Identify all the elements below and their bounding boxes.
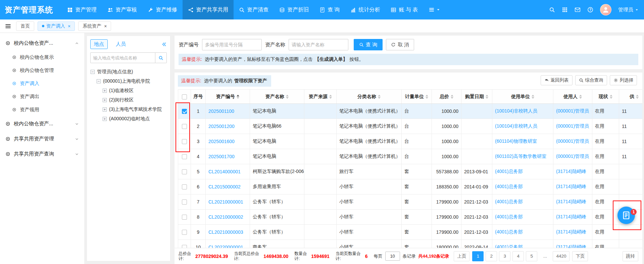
- user-link[interactable]: (000001)管理员: [556, 153, 589, 159]
- tree-node[interactable]: (2)闵行校区: [90, 95, 167, 105]
- row-checkbox[interactable]: [182, 124, 187, 129]
- sort-icon[interactable]: [610, 95, 612, 99]
- sort-icon[interactable]: [636, 95, 639, 99]
- plus-box-icon[interactable]: [102, 98, 107, 102]
- select-all-header[interactable]: [178, 90, 191, 104]
- use_org-link[interactable]: (100104)非校聘人员: [495, 123, 537, 129]
- use_org-link[interactable]: (4001)总务部: [495, 229, 523, 234]
- table-row[interactable]: 9CL20210000003公务车（轿车）小轿车套179900.002021-1…: [178, 225, 643, 240]
- close-icon[interactable]: ×: [68, 24, 70, 29]
- help-icon[interactable]: ?: [587, 7, 593, 13]
- asset_no-link[interactable]: 2025001700: [208, 154, 235, 159]
- sidebar-item-5[interactable]: 资产领用: [0, 103, 84, 116]
- table-row[interactable]: 10CL20220000001商务车小轿车套180000.002022-08-1…: [178, 240, 643, 248]
- back-to-list-button[interactable]: 返回列表: [541, 75, 573, 85]
- tree-tab-1[interactable]: 人员: [112, 40, 129, 49]
- user-link[interactable]: (000001)管理员: [556, 108, 589, 114]
- table-row[interactable]: 12025001100笔记本电脑笔记本电脑（便携式计算机）台1000.00(10…: [178, 104, 643, 119]
- sidebar-group-6[interactable]: 校内公物仓资产...: [0, 116, 84, 131]
- page-button-4420[interactable]: 4420: [553, 251, 569, 261]
- use_org-link[interactable]: (601102)高等数学教研室: [495, 153, 546, 159]
- row-checkbox[interactable]: [182, 215, 187, 220]
- row-checkbox[interactable]: [182, 109, 187, 114]
- tree-node[interactable]: (A000002)临时地点: [90, 114, 167, 124]
- sort-icon[interactable]: [486, 95, 488, 99]
- column-select-button[interactable]: 列选择: [610, 75, 637, 85]
- column-header-asset_no[interactable]: 资产编号: [206, 90, 250, 104]
- minus-box-icon[interactable]: [96, 79, 101, 84]
- table-row[interactable]: 6CL2015000002多用途乘用车小轿车套188350.002014-01-…: [178, 179, 643, 194]
- minus-box-icon[interactable]: [90, 70, 95, 74]
- use_org-link[interactable]: (4001)总务部: [495, 184, 523, 189]
- use_org-link[interactable]: (4001)总务部: [495, 214, 523, 219]
- user-link[interactable]: (000001)管理员: [556, 123, 589, 129]
- nav-item-0[interactable]: 资产管理: [62, 0, 102, 19]
- use_org-link[interactable]: (4001)总务部: [495, 199, 523, 204]
- asset_no-link[interactable]: CL20210000003: [208, 229, 243, 235]
- table-row[interactable]: 8CL20210000002公务车（轿车）小轿车套179900.002021-1…: [178, 210, 643, 225]
- plus-box-icon[interactable]: [102, 88, 107, 93]
- page-button-2[interactable]: 2: [486, 251, 497, 261]
- column-header-status[interactable]: 现状: [592, 90, 619, 104]
- prev-page-button[interactable]: 上页: [454, 251, 469, 261]
- asset_no-link[interactable]: CL20210000001: [208, 199, 243, 205]
- asset_no-link[interactable]: 2025001100: [208, 108, 234, 114]
- app-brand[interactable]: 资产管理系统: [0, 5, 62, 15]
- sidebar-group-7[interactable]: 共享共用资产管理: [0, 131, 84, 146]
- asset_no-link[interactable]: CL20220000001: [208, 245, 243, 248]
- nav-item-3[interactable]: 资产共享共用: [183, 0, 234, 19]
- asset-name-input[interactable]: [289, 39, 348, 50]
- nav-more-menu[interactable]: [423, 7, 446, 13]
- user-menu[interactable]: 管理员: [618, 7, 639, 13]
- row-checkbox[interactable]: [182, 230, 187, 235]
- tree-node[interactable]: (000001)上海电机学院: [90, 77, 167, 86]
- column-header-source[interactable]: 资产来源: [304, 90, 337, 104]
- nav-item-4[interactable]: 资产清查: [234, 0, 274, 19]
- use_org-link[interactable]: (4001)总务部: [495, 169, 523, 174]
- user-link[interactable]: (000001)管理员: [556, 138, 589, 144]
- row-checkbox[interactable]: [182, 139, 187, 144]
- sidebar-item-4[interactable]: 资产调出: [0, 90, 84, 103]
- column-header-user[interactable]: 使用人: [553, 90, 592, 104]
- page-button-1[interactable]: 1: [472, 251, 484, 261]
- apps-grid-icon[interactable]: [562, 7, 568, 13]
- asset_no-link[interactable]: CL20210000002: [208, 214, 243, 220]
- page-button-5[interactable]: 5: [526, 251, 537, 261]
- row-checkbox[interactable]: [182, 184, 187, 189]
- user-link[interactable]: (31714)陆峭峰: [556, 199, 586, 204]
- collapse-panel-icon[interactable]: [161, 42, 167, 47]
- table-row[interactable]: 7CL20210000001公务车（轿车）小轿车套179900.002021-1…: [178, 194, 643, 210]
- sidebar-group-8[interactable]: 共享共用资产查询: [0, 146, 84, 162]
- plus-box-icon[interactable]: [102, 107, 107, 112]
- user-link[interactable]: (31714)陆峭峰: [556, 244, 586, 248]
- asset_no-link[interactable]: 2025001200: [208, 124, 235, 129]
- page-button-3[interactable]: 3: [499, 251, 510, 261]
- sidebar-item-2[interactable]: 校内公物仓管理: [0, 64, 84, 77]
- plus-box-icon[interactable]: [102, 117, 107, 121]
- use_org-link[interactable]: (100104)非校聘人员: [495, 108, 537, 114]
- tree-tab-0[interactable]: 地点: [90, 39, 108, 49]
- tree-search-input[interactable]: [90, 52, 155, 63]
- asset_no-link[interactable]: CL2014000001: [208, 169, 241, 174]
- sort-icon[interactable]: [451, 95, 453, 99]
- column-header-category[interactable]: 分类名称: [337, 90, 402, 104]
- sort-icon[interactable]: [329, 95, 332, 99]
- cancel-button[interactable]: 取 消: [386, 39, 414, 50]
- user-link[interactable]: (31714)陆峭峰: [556, 169, 586, 174]
- sidebar-item-3[interactable]: 资产调入: [0, 77, 84, 90]
- sort-icon[interactable]: [426, 95, 428, 99]
- nav-item-5[interactable]: 资产折旧: [274, 0, 314, 19]
- nav-item-1[interactable]: 资产审核: [102, 0, 142, 19]
- asset_no-link[interactable]: 2025001600: [208, 139, 235, 144]
- tree-node[interactable]: 管理员(地点信息): [90, 67, 167, 77]
- tab-1[interactable]: 资产调入×: [38, 21, 75, 31]
- table-row[interactable]: 32025001600笔记本电脑笔记本电脑（便携式计算机）台1000.00(60…: [178, 134, 643, 149]
- table-row[interactable]: 5CL2014000001柯斯达车辆购车款(2-0062)旅行车套557388.…: [178, 164, 643, 179]
- sort-icon[interactable]: [378, 95, 381, 99]
- tree-node[interactable]: (3)上海电气李斌技术学院: [90, 105, 167, 114]
- table-row[interactable]: 22025001200笔记本电脑66笔记本电脑（便携式计算机）台1000.00(…: [178, 119, 643, 134]
- column-header-name[interactable]: 资产名称: [250, 90, 304, 104]
- asset-no-input[interactable]: [202, 39, 262, 50]
- sidebar-group-0[interactable]: 校内公物仓资产...: [0, 36, 84, 51]
- tab-2[interactable]: 系统资产×: [78, 21, 111, 31]
